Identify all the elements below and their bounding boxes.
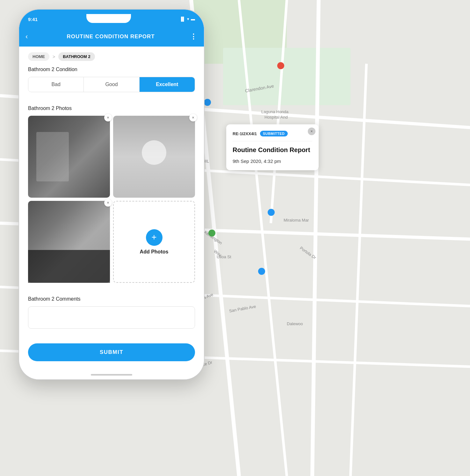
photos-grid: × × × + bbox=[28, 116, 195, 283]
breadcrumb-arrow: > bbox=[53, 54, 55, 59]
menu-button[interactable]: ⋮ bbox=[190, 33, 198, 41]
photo-remove-1[interactable]: × bbox=[104, 114, 112, 121]
condition-excellent-button[interactable]: Excellent bbox=[140, 77, 195, 92]
popup-close-button[interactable]: × bbox=[308, 128, 315, 135]
signal-icon: ▐▌ bbox=[180, 17, 185, 21]
breadcrumb: HOME > BATHROOM 2 bbox=[19, 47, 204, 67]
photo-image-1 bbox=[28, 116, 110, 198]
add-photo-button[interactable]: + Add Photos bbox=[113, 201, 195, 283]
map-dot-red bbox=[277, 62, 284, 69]
comments-input[interactable] bbox=[28, 306, 195, 329]
popup-title: Routine Condition Report bbox=[233, 146, 312, 154]
svg-text:Hospital And: Hospital And bbox=[264, 115, 288, 120]
wifi-icon: ▾ bbox=[187, 17, 189, 21]
condition-bad-button[interactable]: Bad bbox=[28, 77, 84, 92]
map-dot-green bbox=[208, 230, 215, 237]
photo-image-2 bbox=[113, 116, 195, 198]
photos-section: Bathroom 2 Photos × × × bbox=[19, 106, 204, 296]
map-popup-card: RE-1I2XX4I1 SUBMITTED × Routine Conditio… bbox=[226, 124, 319, 170]
condition-good-button[interactable]: Good bbox=[84, 77, 139, 92]
add-photo-plus-icon: + bbox=[151, 233, 156, 242]
popup-id: RE-1I2XX4I1 bbox=[233, 131, 257, 136]
popup-badge: SUBMITTED bbox=[260, 131, 288, 136]
popup-header: RE-1I2XX4I1 SUBMITTED bbox=[233, 131, 312, 141]
app-header: ‹ ROUTINE CONDITION REPORT ⋮ bbox=[19, 27, 204, 47]
svg-text:Laguna Honda: Laguna Honda bbox=[261, 109, 289, 114]
breadcrumb-current[interactable]: BATHROOM 2 bbox=[58, 52, 95, 61]
map-dot-blue3 bbox=[258, 268, 265, 275]
photo-image-3 bbox=[28, 201, 110, 283]
photo-thumb-3: × bbox=[28, 201, 110, 283]
submit-button[interactable]: SUBMIT bbox=[28, 343, 195, 361]
popup-date: 9th Sep 2020, 4:32 pm bbox=[233, 158, 312, 164]
svg-text:Miraloma Mar: Miraloma Mar bbox=[284, 218, 309, 223]
condition-label: Bathroom 2 Condition bbox=[28, 67, 195, 72]
phone-notch bbox=[86, 14, 131, 23]
map-dot-blue2 bbox=[268, 209, 275, 216]
comments-section: Bathroom 2 Comments bbox=[19, 296, 204, 343]
submit-section: SUBMIT bbox=[19, 343, 204, 375]
header-title: ROUTINE CONDITION REPORT bbox=[32, 33, 190, 40]
condition-toggle: Bad Good Excellent bbox=[28, 77, 195, 92]
map-dot-blue1 bbox=[204, 99, 211, 106]
photo-thumb-2: × bbox=[113, 116, 195, 198]
condition-section: Bathroom 2 Condition Bad Good Excellent bbox=[19, 67, 204, 106]
phone-device: 9:41 ▐▌ ▾ ▬ ‹ ROUTINE CONDITION REPORT ⋮… bbox=[19, 10, 204, 379]
add-photo-label: Add Photos bbox=[140, 249, 169, 255]
add-photo-circle: + bbox=[146, 229, 163, 246]
status-icons: ▐▌ ▾ ▬ bbox=[180, 17, 195, 21]
photo-remove-3[interactable]: × bbox=[104, 199, 112, 207]
svg-text:Ulloa St: Ulloa St bbox=[217, 254, 231, 259]
photos-label: Bathroom 2 Photos bbox=[28, 106, 195, 111]
comments-label: Bathroom 2 Comments bbox=[28, 296, 195, 302]
phone-content-area: HOME > BATHROOM 2 Bathroom 2 Condition B… bbox=[19, 47, 204, 379]
photo-remove-2[interactable]: × bbox=[189, 114, 197, 121]
phone-home-bar bbox=[91, 374, 132, 376]
svg-rect-2 bbox=[223, 48, 351, 105]
breadcrumb-home[interactable]: HOME bbox=[28, 52, 49, 61]
status-time: 9:41 bbox=[28, 17, 38, 22]
phone-frame: 9:41 ▐▌ ▾ ▬ ‹ ROUTINE CONDITION REPORT ⋮… bbox=[19, 10, 204, 379]
photo-thumb-1: × bbox=[28, 116, 110, 198]
back-button[interactable]: ‹ bbox=[25, 33, 28, 41]
svg-text:Dalewoo: Dalewoo bbox=[287, 321, 303, 326]
battery-icon: ▬ bbox=[191, 17, 195, 21]
